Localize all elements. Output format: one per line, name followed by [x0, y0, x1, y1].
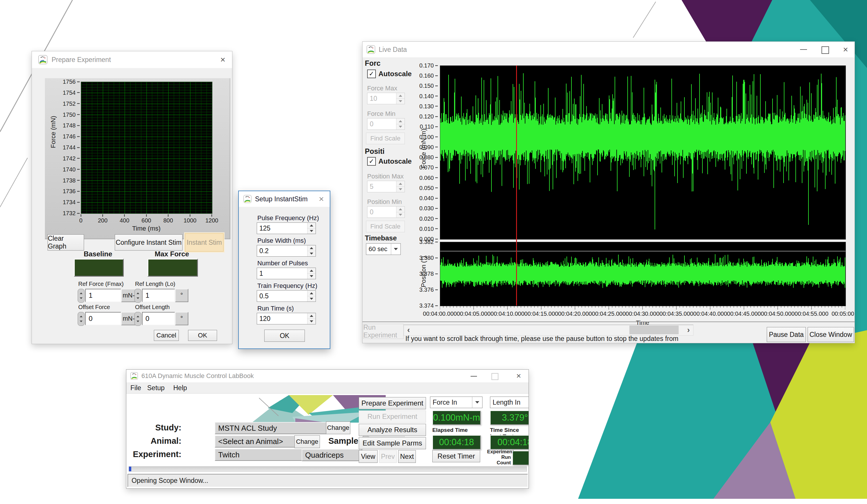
position-section-label: Positi	[365, 147, 385, 155]
offset-force-input[interactable]: 0	[85, 312, 121, 325]
view-button[interactable]: View	[359, 450, 377, 463]
close-icon[interactable]: ×	[313, 191, 330, 207]
edit-sample-parms-button[interactable]: Edit Sample Parms	[359, 437, 426, 449]
train-frequency-input[interactable]: 0.5	[257, 290, 316, 302]
labbook-statusbar: Opening Scope Window...	[128, 474, 528, 487]
minimize-icon[interactable]	[471, 376, 477, 376]
force-waveform	[440, 66, 846, 239]
offset-length-input[interactable]: 0	[142, 312, 175, 325]
force-autoscale-checkbox[interactable]: ✓ Autoscale	[367, 69, 412, 78]
live-data-window: Live Data × Forc ✓ Autoscale Force Max 1…	[362, 41, 855, 343]
ref-length-stepper[interactable]	[135, 289, 141, 303]
pulse-frequency-input[interactable]: 125	[257, 222, 316, 234]
labbook-menubar: File Setup Help	[126, 382, 528, 394]
reset-timer-button[interactable]: Reset Timer	[432, 450, 480, 462]
experiment-label: Experiment:	[129, 450, 181, 459]
prepare-graph-yticks: 1756175417521750174817461744174217401738…	[58, 82, 80, 213]
minimize-icon[interactable]	[800, 49, 807, 50]
ref-length-unit: °	[175, 289, 188, 302]
length-readout: 3.379°	[490, 410, 529, 425]
scroll-right-icon[interactable]: ›	[684, 325, 693, 335]
force-channel-dropdown[interactable]: Force In	[430, 396, 482, 408]
setup-title: Setup InstantStim	[255, 195, 308, 203]
ref-length-input[interactable]: 1	[142, 289, 175, 302]
elapsed-time-readout: 00:04:18	[432, 435, 481, 450]
run-time-input[interactable]: 120	[257, 313, 316, 325]
setup-titlebar[interactable]: Setup InstantStim ×	[239, 191, 330, 207]
stepper[interactable]	[307, 245, 315, 256]
close-window-button[interactable]: Close Window	[807, 327, 854, 342]
live-force-plot[interactable]	[440, 65, 846, 240]
progress-bar	[129, 466, 527, 472]
length-channel-dropdown[interactable]: Length In	[490, 396, 529, 408]
prepare-experiment-window: Prepare Experiment × Force (mN) 17561754…	[32, 51, 232, 344]
position-autoscale-checkbox[interactable]: ✓ Autoscale	[367, 157, 412, 166]
close-icon[interactable]: ×	[837, 42, 855, 57]
progress-fill	[129, 467, 131, 471]
stepper[interactable]	[307, 291, 315, 302]
setup-field-label: Train Frequency (Hz)	[257, 282, 317, 290]
time-cursor[interactable]	[516, 65, 517, 306]
stepper[interactable]	[307, 268, 315, 279]
offset-force-label: Offset Force	[78, 304, 110, 310]
checkbox-check-icon: ✓	[367, 69, 376, 78]
close-icon[interactable]: ×	[214, 51, 232, 68]
position-min-input: 0	[367, 206, 405, 218]
live-force-yticks: 0.1700.1600.1500.1400.1300.1200.1100.100…	[414, 65, 438, 239]
setup-field-label: Pulse Frequency (Hz)	[257, 214, 319, 222]
setup-instantstim-window: Setup InstantStim × Pulse Frequency (Hz)…	[238, 190, 330, 349]
prepare-plot-area[interactable]	[81, 82, 212, 214]
timebase-dropdown[interactable]: 60 sec	[366, 243, 401, 255]
offset-force-stepper[interactable]	[78, 312, 85, 326]
run-experiment-button: Run Experiment	[363, 324, 404, 339]
prev-button: Prev	[379, 450, 397, 463]
prepare-graph-panel: Force (mN) 17561754175217501748174617441…	[45, 78, 231, 240]
prepare-graph-xticks: 020040060080010001200	[81, 214, 212, 224]
labbook-title: 610A Dynamic Muscle Control LabBook	[141, 372, 254, 380]
number-of-pulses-input[interactable]: 1	[257, 267, 316, 279]
clear-graph-button[interactable]: Clear Graph	[47, 234, 84, 251]
ref-force-input[interactable]: 1	[85, 289, 121, 302]
position-find-scale-button: Find Scale	[366, 221, 405, 232]
stepper[interactable]	[307, 313, 315, 324]
app-icon	[38, 55, 47, 64]
menu-file[interactable]: File	[128, 382, 144, 393]
menu-help[interactable]: Help	[170, 382, 190, 393]
close-icon[interactable]: ×	[509, 370, 528, 382]
experiment-run-count-display	[512, 451, 529, 465]
pause-data-button[interactable]: Pause Data	[767, 327, 806, 342]
offset-length-unit: °	[175, 312, 188, 325]
setup-field-label: Pulse Width (ms)	[257, 237, 306, 244]
configure-instant-stim-button[interactable]: Configure Instant Stim	[115, 234, 183, 251]
offset-length-stepper[interactable]	[135, 312, 141, 326]
labbook-titlebar[interactable]: 610A Dynamic Muscle Control LabBook ×	[126, 370, 528, 382]
live-title: Live Data	[379, 46, 407, 54]
ok-button[interactable]: OK	[188, 330, 217, 341]
force-max-input: 10	[367, 93, 405, 104]
animal-change-button[interactable]: Change	[295, 435, 320, 448]
ok-button[interactable]: OK	[264, 330, 305, 342]
run-experiment-button: Run Experiment	[359, 410, 426, 423]
ref-force-unit: mN-	[121, 289, 136, 302]
maximize-icon[interactable]	[822, 46, 829, 54]
ref-force-stepper[interactable]	[78, 289, 85, 303]
time-scrollbar[interactable]: ‹ ›	[404, 325, 693, 336]
app-icon	[366, 45, 375, 54]
prepare-titlebar[interactable]: Prepare Experiment ×	[32, 51, 232, 68]
menu-setup[interactable]: Setup	[144, 382, 168, 393]
scrollbar-thumb[interactable]	[629, 326, 679, 334]
live-status-text: If you want to scroll back through time,…	[405, 335, 678, 343]
baseline-force-display	[74, 259, 124, 277]
next-button[interactable]: Next	[398, 450, 416, 463]
stepper[interactable]	[307, 223, 315, 234]
live-position-plot[interactable]	[440, 242, 846, 306]
scroll-left-icon[interactable]: ‹	[404, 325, 413, 335]
cancel-button[interactable]: Cancel	[154, 330, 179, 341]
plot-footer-divider	[363, 321, 855, 322]
study-change-button[interactable]: Change	[326, 421, 350, 434]
pulse-width-input[interactable]: 0.2	[257, 245, 316, 256]
prepare-experiment-button[interactable]: Prepare Experiment	[359, 397, 426, 409]
live-titlebar[interactable]: Live Data ×	[363, 42, 855, 57]
labbook-window: 610A Dynamic Muscle Control LabBook × Fi…	[126, 369, 529, 489]
analyze-results-button[interactable]: Analyze Results	[359, 424, 426, 436]
